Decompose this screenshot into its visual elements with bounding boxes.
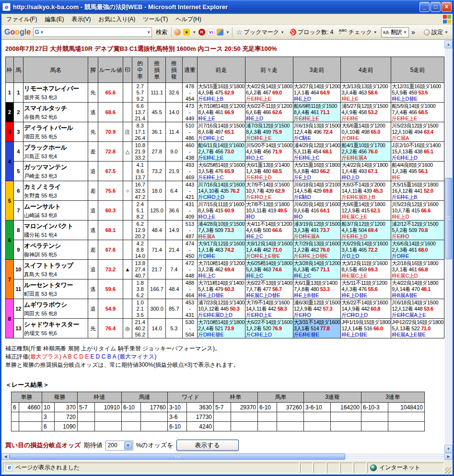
jockey-info: 川島正 53 牝4 [24,153,87,160]
past-race-cell: 大7/8不13頭ダ180010人11着 419 49.5枠D [245,201,293,221]
past-race-cell: 浦2/12不12頭ダ15005人2着 509 70.8斤E枠D [391,221,444,240]
block-icon: ⃠ [290,29,296,35]
breakeven-place-cell: 32.6 [165,83,182,103]
past-race-cell: 船6/9稍11頭ダ15008人4着 461 71.1斤E枠E上E [293,103,341,122]
payout-selection: 3-6-10 [304,403,331,412]
rakuten-icon[interactable]: R [198,29,205,35]
payout-amount [388,412,425,422]
chevron-down-icon[interactable]: ▼ [192,30,196,35]
running-style-cell: 差 [88,240,98,260]
yahoo-icon[interactable]: Y! [208,29,214,35]
maximize-button[interactable]: □ [431,2,441,12]
scroll-up-arrow[interactable]: ▲ [444,40,453,48]
pagerank-icon[interactable]: ★ [183,29,190,35]
menu-bar: ファイル(F) 編集(E) 表示(V) お気に入り(A) ツール(T) ヘルプ(… [1,14,453,25]
more-tools-chevron[interactable]: » [411,28,415,36]
hit-rate-cell: 8.317.126.4 [132,122,148,142]
horse-name-cell: リモーネフレイバー坂井英 53 牝3 [23,83,88,103]
hit-rate-cell: 1.02.13.5 [132,299,148,319]
horse-number-cell: 8 [13,221,23,240]
payout-amount [19,422,42,431]
jockey-info: 増田充 55 牝5 [24,133,87,140]
chevron-down-icon[interactable]: ▼ [226,30,230,35]
payout-amount [277,412,304,422]
weight-range-cell: 474-450 [182,240,197,260]
google-search-box[interactable]: G ▼ ▼ [33,27,152,37]
payout-selection: 6-10 [168,422,187,431]
past-race-cell: 大7/10稍14頭ダ12008人4着 461 66.9枠E上E [198,103,245,122]
google-toolbar: Google G ▼ ▼ 検索 ★ ▼ R Y! ▼ ☆ ブックマーク ▼ ⃠ … [1,25,453,40]
jockey-info: 町田直 53 牝3 [24,290,87,298]
expected-value-select[interactable]: 200 ▼ [105,441,133,451]
menu-file[interactable]: ファイル(F) [2,14,41,25]
vertical-scroll-thumb[interactable] [445,178,452,259]
jockey-info: 戸崎圭 53 牝3 [24,173,87,180]
hit-rate-cell: 4.28.814.0 [132,240,148,260]
menu-favorites[interactable]: お気に入り(A) [94,14,139,25]
search-input[interactable] [44,28,147,36]
mark-cell [123,201,132,221]
translate-button[interactable]: aあ 翻訳 ▼ [381,27,409,37]
menu-tools[interactable]: ツール(T) [139,14,172,25]
horizontal-scrollbar[interactable]: ◀ ▶ [1,453,453,460]
menu-help[interactable]: ヘルプ(H) [172,14,205,25]
chevron-down-icon[interactable]: ▼ [40,30,44,35]
page-content: 2008年7月27日 大井競馬場10R デネブ賞B3 C1選抜牝馬特別 1600… [1,40,444,453]
resize-grip[interactable] [445,467,451,474]
title-bar[interactable]: e http://saikyo.k-ba.com - 競馬最強の法則WEB - … [0,0,454,14]
jockey-info: 矢野貴 55 牝3 [24,192,87,199]
minimize-button[interactable]: _ [419,2,430,12]
past-race-cell: 大6/22不14頭ダ16001人2着 520 76.9斤C枠E上D [245,319,293,338]
past-race-cell: 川6/18良14頭ダ210014人5着 429 69.8斤E騎D [293,181,341,201]
popup-blocker-button[interactable]: ⃠ ブロック数: 4 [288,27,335,37]
payout-row: 610906-104240 [12,422,425,431]
search-button[interactable]: 検索 [154,27,169,37]
payout-selection [214,422,231,431]
horse-name: オペラテンシ [24,242,87,250]
breakeven-place-cell: 14.9 [165,221,182,240]
past-race-cell: 船5/9良14頭ダ10007人4着 466 68.5斤E枠E上E [391,103,444,122]
payout-column-header: 3連複 [304,392,361,403]
horse-name: ブラックホール [24,143,87,152]
menu-edit[interactable]: 編集(E) [41,14,68,25]
settings-button[interactable]: 設定 ▼ [422,27,450,37]
mark-cell: ◎ [123,319,132,338]
news-icon[interactable] [174,29,181,35]
close-button[interactable]: × [442,2,452,12]
past-race-cell: 大6/25稍14頭ダ18005人3着 463 74.6枠E上C [245,260,293,279]
vertical-scroll-track[interactable] [444,48,453,445]
rule-value-cell: 73.2 [98,260,123,279]
payout-amount [141,412,168,422]
bookmark-button[interactable]: ☆ ブックマーク ▼ [235,27,286,37]
horse-name-cell: ブラックホール川島正 53 牝4 [23,142,88,162]
odds-suffix-label: %のオッズを [136,441,174,450]
status-panel [300,463,313,473]
horizontal-scroll-thumb[interactable] [10,453,345,460]
star-icon: ☆ [236,28,243,36]
column-header: 馬 [13,57,23,83]
scroll-left-arrow[interactable]: ◀ [1,453,10,460]
spellcheck-button[interactable]: ABC✓ チェック ▼ [337,27,378,37]
rule-value-cell: 59.6 [98,279,123,299]
horse-name-cell: ルーセントタワー町田直 53 牝3 [23,279,88,299]
menu-view[interactable]: 表示(V) [68,14,94,25]
jockey-info: 真島大 53 牝4 [24,271,87,278]
weight-range-cell: 473-449 [182,103,197,122]
show-button[interactable]: 表示する [176,440,239,451]
horse-name-cell: ムギワラボウシ岡田大 55 牝8 [23,299,88,319]
payout-selection [258,412,277,422]
column-header: 推 損 複 [165,57,182,83]
scroll-down-arrow[interactable]: ▼ [444,445,453,453]
vertical-scrollbar[interactable]: ▲ ▼ [444,40,453,453]
hit-rate-cell: 13.827.440.7 [132,260,148,279]
plugin-icon[interactable] [217,29,223,35]
zone-text: インターネット [379,464,420,472]
chevron-down-icon[interactable]: ▼ [124,441,132,450]
breakeven-place-cell: 5.3 [165,319,182,338]
horse-row: 11リモーネフレイバー坂井英 53 牝3先65.62.75.79.2111.13… [6,83,444,103]
past-race-cell: 船4/1重10頭ダ17002人2着 456 76.0斤E枠E展A [341,142,391,162]
chevron-down-icon[interactable]: ▼ [147,30,151,35]
expected-value-label: 期待値 [84,441,103,450]
breakeven-win-cell: 166.7 [148,279,165,299]
scroll-right-arrow[interactable]: ▶ [444,453,453,460]
